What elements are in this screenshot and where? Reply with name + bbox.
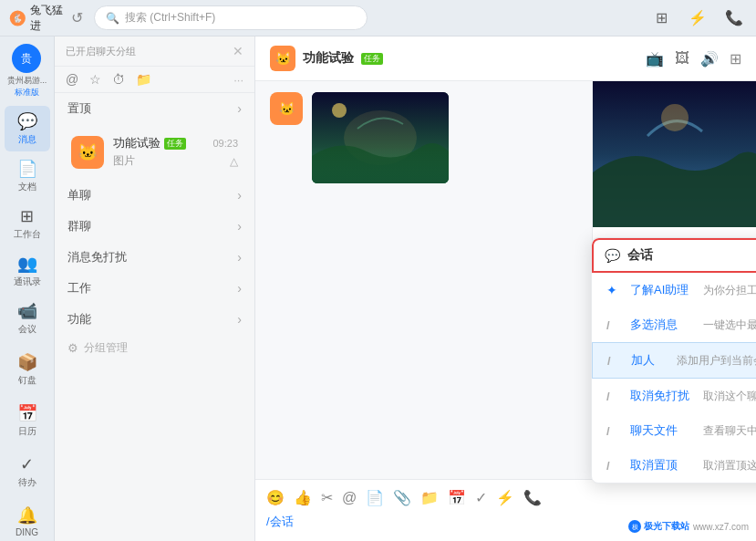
user-avatar[interactable]: 贵 — [12, 44, 41, 73]
ai-item-desc: 为你分担工作中的难题 — [703, 283, 756, 298]
chat-list-panel: 已开启聊天分组 ✕ @ ☆ ⏱ 📁 ··· 置顶 › 🐱 — [55, 36, 255, 541]
at-icon[interactable]: @ — [66, 72, 78, 87]
command-item-cancel-pin[interactable]: / 取消置顶 取消置顶这个聊天 — [592, 448, 756, 483]
more-toolbar-icon[interactable]: ··· — [233, 73, 243, 87]
cancel-pin-item-desc: 取消置顶这个聊天 — [703, 458, 756, 473]
lightning-input-icon[interactable]: ⚡ — [496, 489, 514, 506]
category-work-label: 工作 — [67, 280, 91, 297]
cal-input-icon[interactable]: 📅 — [448, 489, 466, 506]
multi-item-name: 多选消息 — [630, 317, 694, 333]
clock-icon[interactable]: ⏱ — [112, 72, 125, 87]
svg-point-6 — [661, 104, 689, 131]
docs-label: 文档 — [18, 181, 36, 193]
sidebar-item-messages[interactable]: 💬 消息 — [5, 106, 50, 151]
right-scene-svg — [593, 81, 756, 227]
chat-name: 功能试验 — [113, 135, 161, 151]
image-bubble — [312, 92, 449, 183]
command-item-cancel-nodisturb[interactable]: / 取消免打扰 取消这个聊天的免打扰 — [592, 379, 756, 413]
unread-indicator: △ — [230, 155, 238, 168]
add-person-item-name: 加人 — [631, 352, 668, 369]
volume-icon[interactable]: 🔊 — [700, 50, 719, 68]
sidebar-item-meeting[interactable]: 📹 会议 — [5, 296, 50, 341]
category-work[interactable]: 工作 › — [55, 273, 254, 304]
category-func-label: 功能 — [67, 311, 91, 328]
doc-input-icon[interactable]: 📄 — [366, 489, 384, 506]
at-input-icon[interactable]: @ — [342, 490, 357, 506]
chat-item-pinned[interactable]: 🐱 功能试验 任务 09:23 图片 △ — [60, 126, 249, 178]
lightning-icon-button[interactable]: ⚡ — [685, 5, 710, 31]
chat-list-header-close-icon[interactable]: ✕ — [233, 44, 243, 58]
sidebar-item-workbench[interactable]: ⊞ 工作台 — [5, 201, 50, 246]
command-item-multi[interactable]: / 多选消息 一键选中最近的聊天消息转发 — [592, 307, 756, 342]
user-profile[interactable]: 贵 贵州易游... 标准版 — [7, 44, 47, 99]
sidebar-item-ding[interactable]: 🔔 DING — [5, 500, 50, 541]
ding-icon: 🔔 — [17, 505, 37, 525]
search-bar[interactable]: 🔍 搜索 (Ctrl+Shift+F) — [94, 5, 368, 30]
category-single[interactable]: 单聊 › — [55, 180, 254, 211]
sidebar-item-docs[interactable]: 📄 文档 — [5, 153, 50, 199]
sidebar-item-contacts[interactable]: 👥 通讯录 — [5, 248, 50, 294]
nail-label: 钉盘 — [18, 374, 36, 387]
contact-avatar-small: 🐱 — [270, 46, 295, 71]
watermark-logo-container: 极 极光下载站 — [627, 519, 689, 534]
calendar-icon: 📅 — [17, 403, 37, 423]
scissors-icon[interactable]: ✂ — [321, 489, 333, 506]
sidebar-item-todo[interactable]: ✓ 待办 — [5, 449, 50, 494]
grid-icon[interactable]: ⊞ — [730, 50, 741, 68]
category-single-arrow: › — [237, 188, 242, 203]
chat-list-header-text: 已开启聊天分组 — [66, 45, 136, 58]
group-manage[interactable]: ⚙ 分组管理 — [55, 335, 254, 361]
msg-sender-avatar: 🐱 — [270, 92, 303, 125]
chat-info-pinned: 功能试验 任务 09:23 图片 △ — [113, 135, 238, 169]
folder-input-icon[interactable]: 📁 — [420, 489, 439, 506]
watermark-icon: 极 — [627, 519, 642, 534]
command-item-ai[interactable]: ✦ 了解AI助理 为你分担工作中的难题 — [592, 273, 756, 307]
contact-tag: 任务 — [361, 53, 383, 65]
docs-icon: 📄 — [17, 159, 37, 179]
grid-icon-button[interactable]: ⊞ — [648, 5, 674, 31]
category-no-disturb[interactable]: 消息免打扰 › — [55, 242, 254, 273]
category-single-label: 单聊 — [67, 187, 91, 203]
emoji-icon[interactable]: 😊 — [266, 489, 285, 506]
clip-input-icon[interactable]: 📎 — [393, 489, 411, 506]
video-icon[interactable]: 📺 — [646, 50, 664, 68]
chat-name-row: 功能试验 任务 09:23 — [113, 135, 238, 151]
star-icon[interactable]: ☆ — [89, 72, 101, 87]
multi-slash-icon: / — [606, 318, 621, 332]
sidebar-item-calendar[interactable]: 📅 日历 — [5, 398, 50, 443]
chat-window-header: 🐱 功能试验 任务 📺 🖼 🔊 ⊞ — [255, 36, 756, 81]
command-header: 💬 会话 — [592, 238, 756, 273]
category-func-arrow: › — [237, 312, 242, 327]
sidebar-narrow: 贵 贵州易游... 标准版 💬 消息 📄 文档 ⊞ 工作台 👥 通讯录 📹 会议 — [0, 36, 55, 541]
history-button[interactable]: ↺ — [71, 9, 83, 26]
chat-main-area: 🐱 功能试验 任务 📺 🖼 🔊 ⊞ 🐱 — [255, 36, 756, 541]
calendar-label: 日历 — [18, 425, 36, 438]
add-person-item-desc: 添加用户到当前会话 — [677, 353, 756, 369]
ai-icon: ✦ — [606, 283, 621, 297]
multi-item-desc: 一键选中最近的聊天消息转发 — [703, 317, 756, 333]
category-group[interactable]: 群聊 › — [55, 211, 254, 242]
sidebar-item-nail[interactable]: 📦 钉盘 — [5, 347, 50, 392]
msg-content-image — [312, 92, 449, 183]
folder-icon[interactable]: 📁 — [136, 72, 151, 87]
nail-icon: 📦 — [17, 352, 37, 372]
chat-preview: 图片 △ — [113, 153, 238, 169]
todo-label: 待办 — [18, 476, 36, 489]
check-input-icon[interactable]: ✓ — [475, 489, 487, 506]
category-pinned[interactable]: 置顶 › — [55, 93, 254, 124]
chat-list-toolbar: @ ☆ ⏱ 📁 ··· — [55, 67, 254, 93]
app-container: 🐇 兔飞猛进 ↺ 🔍 搜索 (Ctrl+Shift+F) ⊞ ⚡ 📞 贵 贵州易… — [0, 0, 756, 541]
chat-files-item-desc: 查看聊天中的文件 — [703, 423, 756, 439]
search-placeholder: 搜索 (Ctrl+Shift+F) — [125, 10, 215, 26]
command-item-chat-files[interactable]: / 聊天文件 查看聊天中的文件 — [592, 413, 756, 448]
phone-input-icon[interactable]: 📞 — [523, 489, 542, 506]
cancel-nd-item-desc: 取消这个聊天的免打扰 — [703, 389, 756, 404]
chat-list-header: 已开启聊天分组 ✕ — [55, 36, 254, 67]
thumbs-icon[interactable]: 👍 — [294, 489, 312, 506]
command-item-add-person[interactable]: / 加人 添加用户到当前会话 — [592, 342, 756, 379]
scene-image — [312, 92, 449, 183]
category-func[interactable]: 功能 › — [55, 304, 254, 335]
add-person-slash-icon: / — [607, 354, 622, 368]
phone-icon-button[interactable]: 📞 — [721, 5, 747, 31]
image-icon[interactable]: 🖼 — [675, 50, 689, 67]
